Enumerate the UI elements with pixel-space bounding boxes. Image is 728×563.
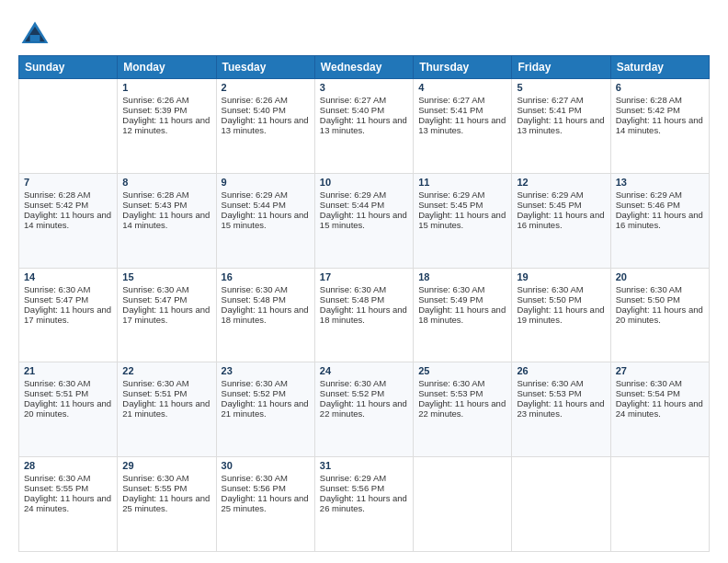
day-number: 29 bbox=[122, 460, 210, 471]
daylight-text: Daylight: 11 hours and 18 minutes. bbox=[222, 304, 310, 325]
sunrise-text: Sunrise: 6:30 AM bbox=[517, 378, 605, 388]
daylight-text: Daylight: 11 hours and 21 minutes. bbox=[222, 398, 310, 419]
daylight-text: Daylight: 11 hours and 26 minutes. bbox=[320, 493, 408, 513]
sunrise-text: Sunrise: 6:27 AM bbox=[418, 95, 506, 105]
daylight-text: Daylight: 11 hours and 22 minutes. bbox=[320, 398, 408, 419]
header bbox=[18, 15, 710, 52]
calendar-day-cell: 17Sunrise: 6:30 AMSunset: 5:48 PMDayligh… bbox=[314, 268, 413, 362]
calendar-day-cell: 30Sunrise: 6:30 AMSunset: 5:56 PMDayligh… bbox=[216, 457, 314, 552]
day-number: 13 bbox=[616, 177, 704, 188]
sunset-text: Sunset: 5:40 PM bbox=[320, 105, 408, 115]
daylight-text: Daylight: 11 hours and 12 minutes. bbox=[122, 115, 210, 135]
day-number: 8 bbox=[122, 177, 210, 188]
daylight-text: Daylight: 11 hours and 21 minutes. bbox=[122, 398, 210, 419]
sunset-text: Sunset: 5:42 PM bbox=[616, 105, 704, 115]
calendar-day-cell: 19Sunrise: 6:30 AMSunset: 5:50 PMDayligh… bbox=[512, 268, 610, 362]
sunrise-text: Sunrise: 6:30 AM bbox=[616, 378, 704, 388]
sunrise-text: Sunrise: 6:30 AM bbox=[320, 378, 408, 388]
day-number: 31 bbox=[320, 460, 408, 471]
calendar-day-cell: 1Sunrise: 6:26 AMSunset: 5:39 PMDaylight… bbox=[118, 79, 216, 174]
sunrise-text: Sunrise: 6:30 AM bbox=[122, 473, 210, 483]
day-number: 30 bbox=[222, 460, 310, 471]
day-number: 17 bbox=[320, 271, 408, 282]
calendar-day-cell: 26Sunrise: 6:30 AMSunset: 5:53 PMDayligh… bbox=[512, 362, 610, 457]
calendar-day-cell: 14Sunrise: 6:30 AMSunset: 5:47 PMDayligh… bbox=[19, 268, 118, 362]
sunrise-text: Sunrise: 6:29 AM bbox=[320, 473, 408, 483]
sunrise-text: Sunrise: 6:30 AM bbox=[24, 378, 112, 388]
page: SundayMondayTuesdayWednesdayThursdayFrid… bbox=[0, 0, 728, 563]
calendar-day-cell: 28Sunrise: 6:30 AMSunset: 5:55 PMDayligh… bbox=[19, 457, 118, 552]
sunrise-text: Sunrise: 6:26 AM bbox=[122, 95, 210, 105]
calendar-day-cell: 15Sunrise: 6:30 AMSunset: 5:47 PMDayligh… bbox=[118, 268, 216, 362]
daylight-text: Daylight: 11 hours and 20 minutes. bbox=[24, 398, 112, 419]
sunset-text: Sunset: 5:45 PM bbox=[418, 200, 506, 210]
sunrise-text: Sunrise: 6:30 AM bbox=[24, 473, 112, 483]
calendar-day-cell: 31Sunrise: 6:29 AMSunset: 5:56 PMDayligh… bbox=[314, 457, 413, 552]
calendar-day-cell: 5Sunrise: 6:27 AMSunset: 5:41 PMDaylight… bbox=[512, 79, 610, 174]
daylight-text: Daylight: 11 hours and 22 minutes. bbox=[418, 398, 506, 419]
day-number: 3 bbox=[320, 82, 408, 93]
sunset-text: Sunset: 5:53 PM bbox=[418, 388, 506, 398]
daylight-text: Daylight: 11 hours and 14 minutes. bbox=[616, 115, 704, 135]
daylight-text: Daylight: 11 hours and 16 minutes. bbox=[616, 210, 704, 230]
sunrise-text: Sunrise: 6:30 AM bbox=[222, 378, 310, 388]
day-number: 27 bbox=[616, 365, 704, 376]
sunset-text: Sunset: 5:51 PM bbox=[122, 388, 210, 398]
sunset-text: Sunset: 5:47 PM bbox=[24, 294, 112, 304]
day-number: 23 bbox=[222, 365, 310, 376]
weekday-header-cell: Thursday bbox=[414, 56, 512, 79]
calendar-day-cell: 2Sunrise: 6:26 AMSunset: 5:40 PMDaylight… bbox=[216, 79, 314, 174]
calendar-day-cell: 3Sunrise: 6:27 AMSunset: 5:40 PMDaylight… bbox=[314, 79, 413, 174]
day-number: 1 bbox=[122, 82, 210, 93]
daylight-text: Daylight: 11 hours and 25 minutes. bbox=[122, 493, 210, 513]
calendar-day-cell: 25Sunrise: 6:30 AMSunset: 5:53 PMDayligh… bbox=[414, 362, 512, 457]
calendar-day-cell: 21Sunrise: 6:30 AMSunset: 5:51 PMDayligh… bbox=[19, 362, 118, 457]
day-number: 28 bbox=[24, 460, 112, 471]
daylight-text: Daylight: 11 hours and 24 minutes. bbox=[616, 398, 704, 419]
calendar-body: 1Sunrise: 6:26 AMSunset: 5:39 PMDaylight… bbox=[19, 79, 710, 552]
weekday-header-cell: Saturday bbox=[610, 56, 709, 79]
day-number: 25 bbox=[418, 365, 506, 376]
calendar-day-cell: 7Sunrise: 6:28 AMSunset: 5:42 PMDaylight… bbox=[19, 173, 118, 268]
daylight-text: Daylight: 11 hours and 24 minutes. bbox=[24, 493, 112, 513]
daylight-text: Daylight: 11 hours and 13 minutes. bbox=[418, 115, 506, 135]
day-number: 12 bbox=[517, 177, 605, 188]
calendar-day-cell bbox=[610, 457, 709, 552]
svg-rect-2 bbox=[30, 35, 40, 41]
sunset-text: Sunset: 5:45 PM bbox=[517, 200, 605, 210]
sunset-text: Sunset: 5:41 PM bbox=[517, 105, 605, 115]
calendar-day-cell: 13Sunrise: 6:29 AMSunset: 5:46 PMDayligh… bbox=[610, 173, 709, 268]
day-number: 7 bbox=[24, 177, 112, 188]
calendar-day-cell: 4Sunrise: 6:27 AMSunset: 5:41 PMDaylight… bbox=[414, 79, 512, 174]
daylight-text: Daylight: 11 hours and 17 minutes. bbox=[122, 304, 210, 325]
daylight-text: Daylight: 11 hours and 14 minutes. bbox=[24, 210, 112, 230]
day-number: 16 bbox=[222, 271, 310, 282]
day-number: 11 bbox=[418, 177, 506, 188]
day-number: 2 bbox=[222, 82, 310, 93]
calendar-day-cell: 20Sunrise: 6:30 AMSunset: 5:50 PMDayligh… bbox=[610, 268, 709, 362]
sunrise-text: Sunrise: 6:29 AM bbox=[517, 190, 605, 200]
calendar-day-cell: 27Sunrise: 6:30 AMSunset: 5:54 PMDayligh… bbox=[610, 362, 709, 457]
daylight-text: Daylight: 11 hours and 18 minutes. bbox=[320, 304, 408, 325]
day-number: 6 bbox=[616, 82, 704, 93]
calendar-week-row: 21Sunrise: 6:30 AMSunset: 5:51 PMDayligh… bbox=[19, 362, 710, 457]
sunset-text: Sunset: 5:50 PM bbox=[616, 294, 704, 304]
calendar-day-cell: 23Sunrise: 6:30 AMSunset: 5:52 PMDayligh… bbox=[216, 362, 314, 457]
day-number: 18 bbox=[418, 271, 506, 282]
calendar-day-cell bbox=[512, 457, 610, 552]
sunset-text: Sunset: 5:55 PM bbox=[24, 483, 112, 493]
day-number: 26 bbox=[517, 365, 605, 376]
sunrise-text: Sunrise: 6:30 AM bbox=[122, 284, 210, 294]
sunset-text: Sunset: 5:56 PM bbox=[320, 483, 408, 493]
calendar-day-cell: 24Sunrise: 6:30 AMSunset: 5:52 PMDayligh… bbox=[314, 362, 413, 457]
sunset-text: Sunset: 5:49 PM bbox=[418, 294, 506, 304]
calendar-day-cell: 6Sunrise: 6:28 AMSunset: 5:42 PMDaylight… bbox=[610, 79, 709, 174]
daylight-text: Daylight: 11 hours and 19 minutes. bbox=[517, 304, 605, 325]
day-number: 21 bbox=[24, 365, 112, 376]
day-number: 14 bbox=[24, 271, 112, 282]
sunset-text: Sunset: 5:55 PM bbox=[122, 483, 210, 493]
weekday-header-cell: Tuesday bbox=[216, 56, 314, 79]
daylight-text: Daylight: 11 hours and 25 minutes. bbox=[222, 493, 310, 513]
daylight-text: Daylight: 11 hours and 23 minutes. bbox=[517, 398, 605, 419]
day-number: 15 bbox=[122, 271, 210, 282]
